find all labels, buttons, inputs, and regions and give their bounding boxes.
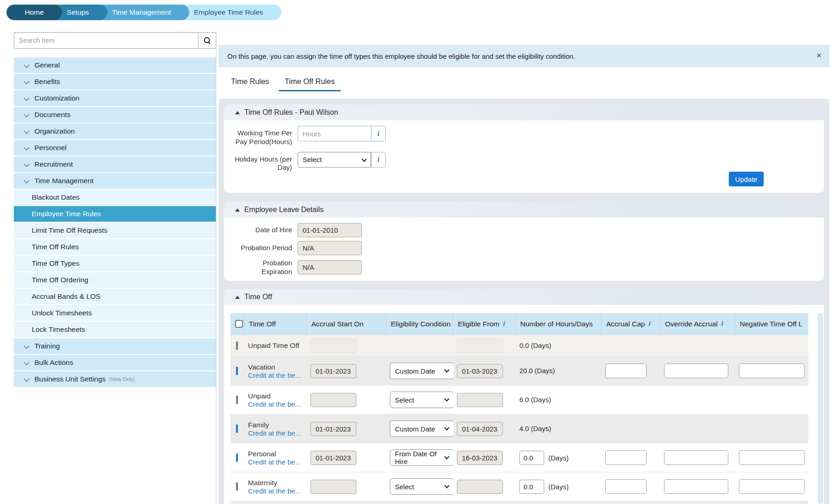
select-value: Custom Date xyxy=(395,367,435,375)
breadcrumb-time-management[interactable]: Time Management xyxy=(94,5,190,20)
time-off-name: Maternity xyxy=(248,479,307,487)
hours-days-input[interactable] xyxy=(519,480,544,494)
accrual-start-input-disabled: 01-01-2023 xyxy=(310,422,356,436)
holiday-hours-info-button[interactable]: i xyxy=(371,152,386,168)
row-checkbox[interactable] xyxy=(236,367,238,375)
col-accrual-start-on: Accrual Start On xyxy=(307,313,386,335)
info-icon[interactable]: i xyxy=(648,320,650,328)
select-value: Select xyxy=(303,156,322,163)
sidebar-item-documents[interactable]: Documents xyxy=(14,107,216,123)
eligibility-select[interactable]: Custom Date xyxy=(390,363,453,379)
date-of-hire-label: Date of Hire xyxy=(231,226,292,235)
employee-leave-details-panel: Employee Leave Details Date of Hire 01-0… xyxy=(224,202,824,281)
search-button[interactable] xyxy=(198,32,216,49)
eligibility-select[interactable]: Custom Date xyxy=(390,420,453,437)
time-off-panel-header[interactable]: Time Off xyxy=(224,289,824,305)
hours-days-unit: (Days) xyxy=(548,454,569,462)
eligible-from-input-disabled: 01-04-2023 xyxy=(457,422,503,436)
search-input[interactable] xyxy=(14,32,198,49)
select-all-checkbox[interactable] xyxy=(235,320,243,328)
sidebar-item-unlock-timesheets[interactable]: Unlock Timesheets xyxy=(14,305,216,321)
sidebar-item-limit-time-off-requests[interactable]: Limit Time Off Requests xyxy=(14,223,216,238)
eligible-from-input-disabled xyxy=(457,339,503,353)
info-icon[interactable]: i xyxy=(721,320,723,328)
chevron-down-icon xyxy=(444,367,449,372)
negative-time-off-input[interactable] xyxy=(739,364,805,378)
eligibility-select[interactable]: From Date Of Hire xyxy=(390,449,453,466)
credit-link[interactable]: Credit at the be... xyxy=(248,400,307,408)
override-accrual-input[interactable] xyxy=(664,364,728,378)
accrual-cap-input[interactable] xyxy=(605,479,647,494)
sidebar-item-label: Bulk Actions xyxy=(34,358,73,367)
override-accrual-input[interactable] xyxy=(664,450,728,465)
sidebar-item-personnel[interactable]: Personnel xyxy=(14,140,216,156)
time-off-rules-panel-header[interactable]: Time Off Rules - Paul Wilson xyxy=(224,105,824,120)
chevron-down-icon xyxy=(24,359,30,365)
sidebar-item-organization[interactable]: Organization xyxy=(14,123,216,139)
credit-link[interactable]: Credit at the be... xyxy=(248,487,307,495)
negative-time-off-input[interactable] xyxy=(739,479,805,494)
sidebar-item-general[interactable]: General xyxy=(14,57,216,73)
sidebar-item-recruitment[interactable]: Recruitment xyxy=(14,157,216,172)
credit-link[interactable]: Credit at the be... xyxy=(248,429,307,437)
sidebar-item-time-management[interactable]: Time Management xyxy=(14,173,216,189)
credit-link[interactable]: Credit at the be... xyxy=(248,458,307,466)
sidebar-item-bulk-actions[interactable]: Bulk Actions xyxy=(14,355,216,370)
info-icon[interactable]: i xyxy=(503,320,505,328)
override-accrual-input[interactable] xyxy=(664,479,728,494)
hours-days-input[interactable] xyxy=(519,451,544,465)
row-checkbox[interactable] xyxy=(236,454,238,462)
sidebar-item-employee-time-rules[interactable]: Employee Time Rules xyxy=(14,206,216,222)
working-time-label: Working Time Per Pay Period(Hours) xyxy=(231,126,292,146)
sidebar-search xyxy=(14,32,216,49)
tab-time-rules[interactable]: Time Rules xyxy=(225,77,275,91)
sidebar-item-customization[interactable]: Customization xyxy=(14,90,216,106)
chevron-down-icon xyxy=(24,144,30,150)
panel-title: Time Off xyxy=(244,293,272,301)
sidebar-item-business-unit-settings[interactable]: Business Unit Settings(View Only) xyxy=(14,371,216,387)
tab-bar: Time Rules Time Off Rules xyxy=(225,77,344,91)
row-checkbox[interactable] xyxy=(236,425,238,433)
holiday-hours-select[interactable]: Select xyxy=(298,152,371,168)
employee-leave-details-header[interactable]: Employee Leave Details xyxy=(224,202,824,218)
close-icon[interactable]: × xyxy=(816,51,822,60)
hours-days-value: 20.0 (Days) xyxy=(519,367,555,375)
sidebar-item-training[interactable]: Training xyxy=(14,338,216,354)
eligible-from-input-disabled xyxy=(457,393,503,407)
sidebar-item-label: Lock Timesheets xyxy=(32,325,85,334)
chevron-down-icon xyxy=(24,375,30,381)
sidebar-item-accrual-bands-los[interactable]: Accrual Bands & LOS xyxy=(14,289,216,304)
accrual-cap-input[interactable] xyxy=(605,364,647,378)
credit-link[interactable]: Credit at the be... xyxy=(248,371,307,379)
accrual-start-input-disabled xyxy=(310,393,356,407)
negative-time-off-input[interactable] xyxy=(739,450,805,465)
chevron-down-icon xyxy=(444,483,449,488)
content-container: Time Off Rules - Paul Wilson Working Tim… xyxy=(219,99,829,504)
working-time-input[interactable] xyxy=(298,126,371,141)
select-value: Custom Date xyxy=(395,425,435,433)
col-eligibility-condition: Eligibility Conditioni xyxy=(386,313,453,335)
row-checkbox[interactable] xyxy=(236,482,238,491)
sidebar-item-benefits[interactable]: Benefits xyxy=(14,74,216,90)
working-time-info-button[interactable]: i xyxy=(371,126,386,141)
eligibility-select[interactable]: Select xyxy=(390,478,453,495)
table-scrollbar[interactable] xyxy=(818,313,823,504)
breadcrumb-home[interactable]: Home xyxy=(6,5,62,20)
sidebar-item-time-off-rules[interactable]: Time Off Rules xyxy=(14,239,216,255)
breadcrumb-employee-time-rules[interactable]: Employee Time Rules xyxy=(175,5,282,20)
app-screen: Home Setups Time Management Employee Tim… xyxy=(0,0,839,504)
date-of-hire-value: 01-01-2010 xyxy=(298,223,362,237)
row-checkbox[interactable] xyxy=(236,342,238,350)
accrual-cap-input[interactable] xyxy=(605,450,647,465)
update-button[interactable]: Update xyxy=(729,172,764,186)
tab-label: Time Off Rules xyxy=(285,77,335,85)
sidebar-item-blackout-dates[interactable]: Blackout Dates xyxy=(14,190,216,205)
sidebar-item-time-off-types[interactable]: Time Off Types xyxy=(14,256,216,271)
tab-time-off-rules[interactable]: Time Off Rules xyxy=(279,77,341,91)
row-checkbox[interactable] xyxy=(236,396,238,404)
sidebar-item-time-off-ordering[interactable]: Time Off Ordering xyxy=(14,272,216,288)
eligibility-select[interactable]: Select xyxy=(390,392,453,408)
sidebar-item-lock-timesheets[interactable]: Lock Timesheets xyxy=(14,322,216,337)
select-value: Select xyxy=(395,483,414,491)
sidebar-item-label: General xyxy=(34,61,60,69)
